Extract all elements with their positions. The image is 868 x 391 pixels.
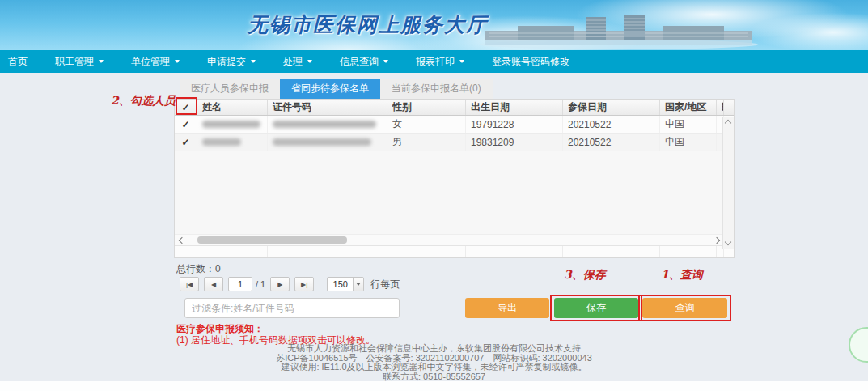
cell-id-redacted [268, 116, 387, 133]
nav-item-staff-mgmt[interactable]: 职工管理 [55, 55, 104, 69]
annotation-step3-save: 3、保存 [564, 268, 606, 283]
col-header-gender[interactable]: 性别 [387, 100, 466, 115]
row-checkbox[interactable]: ✓ [175, 116, 197, 133]
chevron-down-icon [251, 60, 256, 63]
scroll-right-icon[interactable] [713, 237, 720, 244]
declaration-notice: 医疗参保申报须知： (1) 居住地址、手机号码数据项双击可以修改。 [176, 323, 375, 346]
footer-organizer: 无锡市人力资源和社会保障信息中心主办，东软集团股份有限公司技术支持 [0, 344, 868, 354]
table-empty-area [175, 151, 734, 234]
tab-bar: 医疗人员参保申报 省同步待参保名单 当前参保申报名单(0) [180, 79, 493, 99]
cell-id-redacted [268, 134, 387, 151]
footer-contact: 联系方式: 0510-85552657 [0, 372, 868, 382]
cell-birth-date: 19831209 [466, 134, 563, 151]
nav-item-home[interactable]: 首页 [8, 55, 28, 69]
scroll-left-icon[interactable] [179, 237, 185, 244]
redacted-blur [202, 121, 260, 128]
horizontal-scrollbar[interactable] [175, 234, 724, 245]
cell-gender: 女 [387, 116, 466, 133]
annotation-box-checkbox [176, 97, 197, 115]
cell-enroll-date: 20210522 [563, 134, 660, 151]
next-page-button[interactable]: ▶ [270, 277, 290, 291]
filter-input[interactable] [184, 298, 400, 318]
cell-enroll-date: 20210522 [563, 116, 660, 133]
chevron-down-icon [353, 278, 363, 291]
col-header-ethnic-clipped[interactable]: 民 [717, 100, 724, 115]
row-checkbox[interactable]: ✓ [175, 134, 197, 151]
chevron-down-icon [175, 60, 180, 63]
redacted-blur [273, 121, 376, 128]
nav-item-account-password[interactable]: 登录账号密码修改 [492, 55, 569, 69]
main-nav: 首页 职工管理 单位管理 申请提交 处理 信息查询 报表打印 登录账号密码修改 [0, 50, 868, 73]
col-header-birth-date[interactable]: 出生日期 [466, 100, 563, 115]
redacted-blur [202, 138, 241, 146]
table-header-row: ✓ 姓名 证件号码 性别 出生日期 参保日期 国家/地区 民 [175, 100, 734, 116]
prev-page-button[interactable]: ◀ [204, 277, 223, 291]
page-number-input[interactable] [228, 277, 252, 291]
scroll-up-icon[interactable] [725, 120, 731, 126]
nav-item-info-query[interactable]: 信息查询 [340, 55, 388, 69]
chevron-down-icon [99, 60, 104, 63]
bottom-strip [0, 381, 868, 391]
nav-item-report-print[interactable]: 报表打印 [416, 55, 464, 69]
annotation-step1-query: 1、查询 [661, 268, 703, 283]
tab-medical-staff-declare[interactable]: 医疗人员参保申报 [180, 79, 280, 99]
site-title: 无锡市医保网上服务大厅 [248, 11, 488, 38]
page-count-label: / 1 [256, 279, 265, 289]
cell-name-redacted [197, 116, 268, 133]
first-page-button[interactable]: |◀ [180, 277, 199, 291]
col-header-id-number[interactable]: 证件号码 [268, 100, 387, 115]
nav-item-apply-submit[interactable]: 申请提交 [207, 55, 256, 69]
scrollbar-thumb[interactable] [197, 236, 347, 244]
scroll-down-icon[interactable] [725, 239, 731, 245]
chevron-down-icon [459, 60, 464, 63]
vertical-scrollbar[interactable] [722, 117, 734, 249]
cell-birth-date: 19791228 [466, 116, 563, 133]
table-row[interactable]: ✓ 女 19791228 20210522 中国 [175, 116, 734, 134]
col-header-country[interactable]: 国家/地区 [660, 100, 717, 115]
pending-insured-table: ✓ 姓名 证件号码 性别 出生日期 参保日期 国家/地区 民 ✓ 女 19791… [174, 99, 735, 258]
building-image [473, 15, 764, 50]
total-rows-label: 总行数： [176, 263, 215, 274]
chevron-down-icon [383, 60, 388, 63]
col-header-enroll-date[interactable]: 参保日期 [563, 100, 660, 115]
chevron-down-icon [307, 60, 312, 63]
check-icon: ✓ [181, 137, 189, 148]
nav-item-process[interactable]: 处理 [283, 55, 312, 69]
notice-title: 医疗参保申报须知： [176, 323, 375, 334]
last-page-button[interactable]: ▶| [294, 277, 314, 291]
footer-browser-advice: 建议使用: IE11.0及以上版本浏览器和中文字符集，未经许可严禁复制或镜像。 [0, 363, 868, 372]
cell-name-redacted [197, 134, 268, 151]
redacted-blur [273, 138, 371, 146]
tab-current-declare-list[interactable]: 当前参保申报名单(0) [380, 79, 493, 99]
tab-province-sync-pending-list[interactable]: 省同步待参保名单 [280, 79, 380, 99]
check-icon: ✓ [181, 119, 189, 130]
cell-gender: 男 [387, 134, 466, 151]
total-rows-value: 0 [215, 263, 221, 274]
pagination-bar: |◀ ◀ / 1 ▶ ▶| 150 行每页 [180, 277, 400, 291]
page-footer: 无锡市人力资源和社会保障信息中心主办，东软集团股份有限公司技术支持 苏ICP备1… [0, 344, 868, 381]
annotation-box-query [638, 295, 731, 321]
export-button[interactable]: 导出 [465, 298, 549, 318]
annotation-step2-check-people: 2、勾选人员 [111, 94, 176, 108]
page-size-select[interactable]: 150 [327, 277, 364, 291]
page-header: 无锡市医保网上服务大厅 [0, 0, 868, 50]
per-page-label: 行每页 [370, 278, 400, 291]
nav-item-unit-mgmt[interactable]: 单位管理 [131, 55, 180, 69]
table-footer-row [175, 245, 734, 257]
page-size-value: 150 [328, 279, 353, 289]
cell-country: 中国 [660, 116, 717, 133]
total-rows: 总行数：0 [176, 262, 221, 276]
medical-insurance-portal: 无锡市医保网上服务大厅 首页 职工管理 单位管理 申请提交 处理 [0, 0, 868, 391]
table-row[interactable]: ✓ 男 19831209 20210522 中国 [175, 134, 734, 151]
cell-country: 中国 [660, 134, 717, 151]
annotation-box-save [550, 295, 642, 321]
col-header-name[interactable]: 姓名 [197, 100, 268, 115]
